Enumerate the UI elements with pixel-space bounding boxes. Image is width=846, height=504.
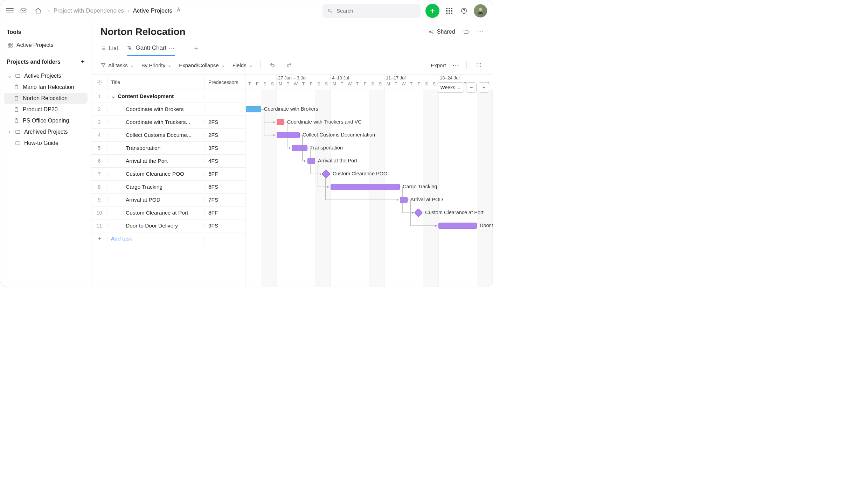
share-icon — [429, 29, 434, 35]
toolbar-more-icon[interactable]: ··· — [453, 62, 459, 68]
folder-icon — [15, 73, 21, 79]
search-icon — [327, 8, 333, 14]
more-icon[interactable]: ··· — [477, 29, 484, 35]
gantt-bar[interactable] — [438, 223, 477, 229]
grid-icon — [7, 42, 13, 48]
tab-gantt[interactable]: Gantt Chart ··· — [127, 41, 175, 56]
svg-rect-7 — [8, 46, 10, 47]
gantt-bar-label: Cargo Tracking — [403, 184, 437, 189]
svg-rect-6 — [11, 43, 12, 45]
settings-column-icon[interactable] — [91, 75, 108, 90]
pin-icon[interactable] — [176, 7, 181, 14]
table-row[interactable]: 2 Coordinate with Brokers — [91, 103, 245, 116]
add-task-icon[interactable] — [91, 236, 108, 242]
home-icon[interactable] — [33, 6, 43, 16]
clipboard-icon — [14, 118, 19, 124]
avatar[interactable] — [474, 4, 487, 18]
sidebar-section-projects: Projects and folders + — [7, 58, 85, 66]
fullscreen-icon[interactable] — [474, 60, 484, 70]
breadcrumb-item[interactable]: Project with Dependencies — [54, 7, 124, 14]
table-row[interactable]: 3 Coordinate with Truckers... 2FS — [91, 116, 245, 129]
svg-rect-22 — [130, 49, 132, 50]
svg-rect-0 — [21, 9, 26, 13]
svg-rect-8 — [11, 46, 12, 47]
folder-icon — [15, 129, 21, 135]
svg-point-4 — [479, 8, 482, 11]
undo-icon[interactable] — [268, 60, 277, 70]
sidebar-project-item[interactable]: Norton Relocation — [4, 93, 88, 104]
sort-priority[interactable]: By Priority⌄ — [141, 62, 172, 68]
gantt-bar[interactable] — [292, 145, 307, 151]
table-row[interactable]: 8 Cargo Tracking 6FS — [91, 181, 245, 194]
column-title[interactable]: Title — [108, 75, 205, 90]
table-row[interactable]: 6 Arrival at the Port 4FS — [91, 155, 245, 168]
svg-point-23 — [99, 82, 100, 83]
gantt-bar[interactable] — [307, 158, 315, 164]
gantt-bar[interactable] — [277, 119, 284, 125]
sidebar-folder-archived[interactable]: › Archived Projects — [4, 126, 88, 138]
clipboard-icon — [14, 107, 19, 112]
export-button[interactable]: Export — [431, 62, 446, 68]
sidebar-project-item[interactable]: Mario Ian Relocation — [4, 82, 88, 93]
apps-icon[interactable] — [444, 6, 454, 16]
table-row[interactable]: 10 Custom Clearance at Port 8FF — [91, 206, 245, 219]
filter-all-tasks[interactable]: All tasks⌄ — [100, 62, 134, 68]
add-folder-icon[interactable]: + — [81, 58, 85, 66]
svg-point-1 — [328, 9, 331, 12]
table-row[interactable]: 9 Arrival at POD 7FS — [91, 194, 245, 206]
tab-list[interactable]: List — [100, 41, 118, 55]
add-task-button[interactable]: Add task — [108, 236, 205, 242]
gantt-bar[interactable] — [246, 106, 261, 112]
search-input[interactable] — [323, 4, 421, 18]
zoom-scale-select[interactable]: Weeks⌄ — [437, 82, 464, 93]
breadcrumb-item[interactable]: Active Projects — [133, 7, 172, 14]
table-row[interactable]: 11 Door to Door Delivery 9FS — [91, 219, 245, 232]
svg-point-3 — [464, 12, 464, 12]
list-icon — [100, 46, 106, 51]
zoom-out-button[interactable]: − — [466, 82, 477, 93]
folder-outline-icon — [15, 140, 21, 146]
sidebar-folder-active[interactable]: ⌄ Active Projects — [4, 70, 88, 82]
clipboard-icon — [14, 84, 19, 90]
zoom-in-button[interactable]: + — [479, 82, 489, 93]
gantt-bar-label: Collect Customs Documentation — [303, 132, 375, 138]
help-icon[interactable] — [459, 6, 469, 16]
sidebar-project-item[interactable]: Product DP20 — [4, 104, 88, 115]
clipboard-icon — [14, 96, 19, 101]
sidebar-tool-active-projects[interactable]: Active Projects — [4, 40, 88, 51]
svg-rect-21 — [129, 48, 131, 48]
gantt-icon — [127, 45, 133, 51]
gantt-bar[interactable] — [277, 132, 300, 138]
table-row[interactable]: 5 Transportation 3FS — [91, 142, 245, 155]
tab-more-icon[interactable]: ··· — [169, 46, 175, 51]
sidebar-section-tools: Tools — [7, 29, 85, 35]
add-button[interactable] — [425, 4, 439, 18]
page-title: Norton Relocation — [100, 26, 422, 37]
gantt-bar-label: Coordinate with Brokers — [264, 106, 318, 112]
column-predecessors[interactable]: Predecessors — [205, 75, 245, 90]
sidebar-folder-howto[interactable]: › How-to Guide — [4, 138, 88, 149]
inbox-icon[interactable] — [19, 6, 28, 16]
gantt-bar-label: Arrival at POD — [410, 197, 443, 202]
share-button[interactable]: Shared — [429, 29, 455, 35]
filter-icon — [100, 62, 106, 68]
gantt-bar-label: Arrival at the Port — [318, 158, 357, 163]
menu-icon[interactable] — [6, 8, 14, 13]
table-row[interactable]: 4 Collect Customs Docume... 2FS — [91, 129, 245, 142]
gantt-bar-label: Door to Door Delivery — [480, 223, 493, 228]
table-row[interactable]: 7 Custom Clearance POO 5FF — [91, 168, 245, 181]
fields-menu[interactable]: Fields⌄ — [233, 62, 253, 68]
sidebar-project-item[interactable]: PS Office Opening — [4, 115, 88, 126]
gantt-bar[interactable] — [331, 184, 400, 190]
gantt-bar-label: Custom Clearance at Port — [425, 210, 484, 215]
svg-rect-20 — [128, 46, 130, 47]
gantt-bar-label: Custom Clearance POO — [333, 171, 387, 176]
add-tab-icon[interactable] — [191, 43, 201, 53]
redo-icon[interactable] — [284, 60, 294, 70]
gantt-bar[interactable] — [400, 197, 408, 203]
folder-move-icon[interactable] — [461, 27, 471, 37]
table-row[interactable]: 1 ⌄Content Development — [91, 90, 245, 103]
gantt-milestone[interactable] — [414, 208, 423, 217]
gantt-bar-label: Coordinate with Truckers and VC — [287, 119, 362, 125]
expand-collapse[interactable]: Expand/Collapse⌄ — [179, 62, 225, 68]
